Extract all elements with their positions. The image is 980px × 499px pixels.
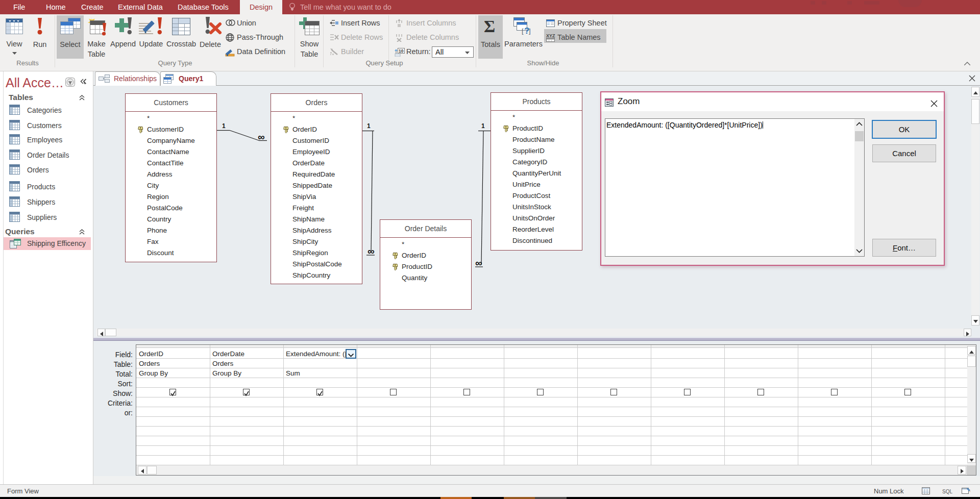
svg-text:]: ] [529, 27, 531, 35]
svg-text:XYZ: XYZ [546, 33, 555, 38]
svg-text:1: 1 [481, 122, 485, 130]
svg-text:1: 1 [367, 122, 371, 130]
svg-text:∞: ∞ [258, 132, 265, 142]
svg-text:Σ: Σ [484, 17, 495, 35]
svg-text:[: [ [522, 27, 524, 35]
svg-text:∞: ∞ [368, 246, 375, 257]
svg-text:∞: ∞ [475, 258, 482, 268]
svg-text:1: 1 [222, 122, 226, 130]
svg-text:10: 10 [399, 48, 404, 54]
